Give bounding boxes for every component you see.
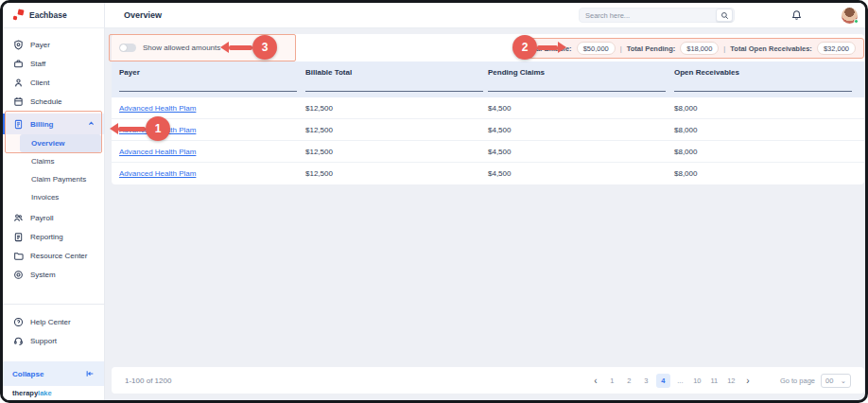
report-icon xyxy=(13,232,24,242)
collapse-label: Collapse xyxy=(12,370,43,378)
sidebar-bottom: Help Center Support Collapse therapylake xyxy=(3,304,104,400)
pagination-range: 1-100 of 1200 xyxy=(125,377,171,385)
search-box xyxy=(579,8,735,23)
billable-total-cell: $12,500 xyxy=(298,126,480,134)
page-number[interactable]: 11 xyxy=(707,374,721,388)
column-header-billable-total[interactable]: Billable Total xyxy=(298,61,480,97)
sidebar-subitem-label: Claims xyxy=(31,157,54,166)
payer-link[interactable]: Advanced Health Plam xyxy=(119,104,196,113)
footer-brand-primary: therapy xyxy=(12,389,38,397)
therapylake-logo: therapylake xyxy=(3,386,104,400)
table-header: Payer Billable Total Pending Claims Open… xyxy=(112,61,864,97)
page-number[interactable]: 10 xyxy=(690,374,704,388)
column-filter-line xyxy=(305,91,483,92)
column-filter-line xyxy=(119,91,297,92)
search-button[interactable] xyxy=(716,9,733,22)
pending-claims-cell: $4,500 xyxy=(480,148,667,156)
sidebar-subitem-claim-payments[interactable]: Claim Payments xyxy=(3,170,104,188)
sidebar-item-help-center[interactable]: Help Center xyxy=(3,312,104,331)
pending-claims-cell: $4,500 xyxy=(480,104,667,113)
goto-page-select[interactable]: 00 ⌄ xyxy=(821,374,851,388)
sidebar-item-label: Payer xyxy=(30,41,50,49)
open-receivables-cell: $8,000 xyxy=(667,169,864,178)
sidebar: Eachbase Payer Staff Client Schedule Bil xyxy=(3,3,105,400)
total-billable-value: $50,000 xyxy=(577,42,616,55)
sidebar-item-label: Help Center xyxy=(30,318,71,326)
total-pending-label: Total Pending: xyxy=(627,44,676,53)
top-bar: Overview xyxy=(105,3,868,28)
billable-total-cell: $12,500 xyxy=(298,169,480,178)
goto-page-value: 00 xyxy=(825,377,833,385)
total-pending-value: $18,000 xyxy=(680,42,719,55)
totals-separator: | xyxy=(723,44,725,53)
chevron-down-icon: ⌄ xyxy=(841,377,846,385)
sidebar-item-label: Support xyxy=(30,337,57,345)
sidebar-item-label: Schedule xyxy=(30,97,61,106)
sidebar-item-payroll[interactable]: Payroll xyxy=(3,208,104,227)
page-number[interactable]: 3 xyxy=(639,374,653,388)
sidebar-subitem-claims[interactable]: Claims xyxy=(3,152,104,170)
table-row: Advanced Health Plam $12,500 $4,500 $8,0… xyxy=(112,141,864,163)
sidebar-item-payer[interactable]: Payer xyxy=(3,35,104,54)
notifications-button[interactable] xyxy=(791,9,802,21)
page-ellipsis: ... xyxy=(673,374,687,388)
page-number[interactable]: 12 xyxy=(724,374,738,388)
payroll-icon xyxy=(13,213,24,223)
open-receivables-cell: $8,000 xyxy=(667,126,864,134)
sidebar-item-resource-center[interactable]: Resource Center xyxy=(3,246,104,265)
pagination-bar: 1-100 of 1200 ‹ 1 2 3 4 ... 10 11 12 › G… xyxy=(112,367,864,394)
sidebar-item-label: Resource Center xyxy=(30,252,87,260)
totals-separator: | xyxy=(620,44,622,53)
table-row: Advanced Health Plam $12,500 $4,500 $8,0… xyxy=(112,119,864,141)
page-next-button[interactable]: › xyxy=(741,374,755,388)
app-window: Eachbase Payer Staff Client Schedule Bil xyxy=(0,0,868,403)
sidebar-subitem-invoices[interactable]: Invoices xyxy=(3,188,104,206)
page-prev-button[interactable]: ‹ xyxy=(589,374,602,388)
page-number[interactable]: 1 xyxy=(605,374,619,388)
payer-link[interactable]: Advanced Health Plam xyxy=(119,148,196,156)
sidebar-divider xyxy=(3,304,104,305)
page-title: Overview xyxy=(124,10,162,20)
sidebar-item-client[interactable]: Client xyxy=(3,73,104,92)
sidebar-item-label: Client xyxy=(30,79,49,87)
sidebar-subitem-label: Claim Payments xyxy=(31,175,86,184)
search-icon xyxy=(720,11,729,20)
table-row: Advanced Health Plam $12,500 $4,500 $8,0… xyxy=(112,163,864,184)
brand-name: Eachbase xyxy=(29,10,67,20)
question-circle-icon xyxy=(13,317,24,327)
search-input[interactable] xyxy=(580,11,716,20)
sidebar-item-support[interactable]: Support xyxy=(3,331,104,350)
goto-page-label: Go to page xyxy=(780,377,815,385)
payer-link[interactable]: Advanced Health Plam xyxy=(119,126,196,134)
online-status-dot xyxy=(854,19,859,24)
sidebar-item-staff[interactable]: Staff xyxy=(3,54,104,73)
headset-icon xyxy=(13,336,24,346)
sidebar-item-schedule[interactable]: Schedule xyxy=(3,92,104,111)
total-open-receivables-label: Total Open Receivables: xyxy=(730,44,812,53)
sidebar-item-system[interactable]: System xyxy=(3,265,104,284)
collapse-icon xyxy=(85,369,95,378)
bell-icon xyxy=(791,9,802,21)
footer-brand-accent: lake xyxy=(38,389,52,397)
collapse-button[interactable]: Collapse xyxy=(3,361,104,386)
sidebar-item-label: Payroll xyxy=(30,214,53,222)
page-number-active[interactable]: 4 xyxy=(656,374,670,388)
avatar[interactable] xyxy=(842,8,858,24)
pending-claims-cell: $4,500 xyxy=(480,126,667,134)
column-header-pending-claims[interactable]: Pending Claims xyxy=(480,61,667,97)
sidebar-item-label: Staff xyxy=(30,60,45,68)
brand-logo[interactable]: Eachbase xyxy=(3,3,104,28)
pending-claims-cell: $4,500 xyxy=(480,169,667,178)
open-receivables-cell: $8,000 xyxy=(667,148,864,156)
column-header-payer[interactable]: Payer xyxy=(112,61,298,97)
column-filter-line xyxy=(488,91,666,92)
sidebar-item-reporting[interactable]: Reporting xyxy=(3,227,104,246)
show-allowed-amounts-toggle[interactable] xyxy=(119,44,136,52)
payer-link[interactable]: Advanced Health Plam xyxy=(119,169,196,178)
total-billable-label: Total Billable: xyxy=(526,44,572,53)
column-header-open-receivables[interactable]: Open Receivables xyxy=(667,61,864,97)
billable-total-cell: $12,500 xyxy=(298,104,480,113)
billing-overview-card: Show allowed amounts Total Billable: $50… xyxy=(112,34,864,184)
table-row: Advanced Health Plam $12,500 $4,500 $8,0… xyxy=(112,97,864,119)
page-number[interactable]: 2 xyxy=(622,374,636,388)
